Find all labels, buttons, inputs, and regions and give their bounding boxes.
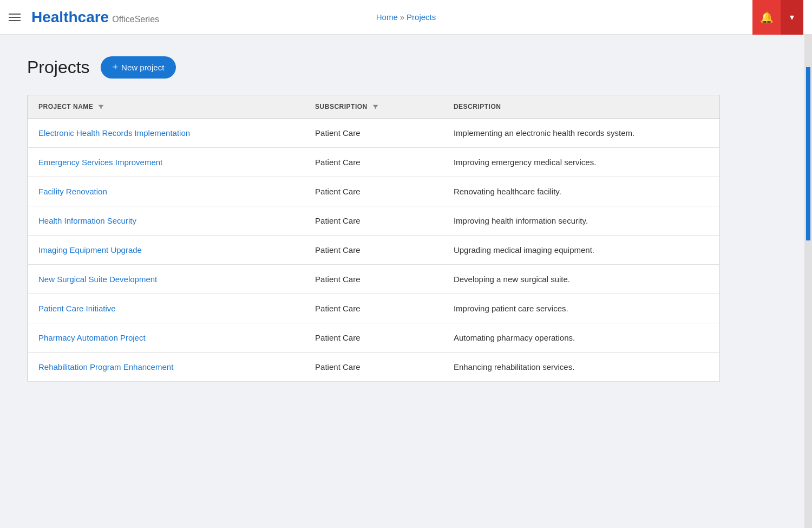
page-title: Projects	[27, 57, 90, 77]
breadcrumb-current[interactable]: Projects	[407, 12, 436, 22]
project-name-cell: Electronic Health Records Implementation	[28, 119, 305, 148]
table-body: Electronic Health Records Implementation…	[28, 119, 720, 382]
table-row: Rehabilitation Program EnhancementPatien…	[28, 353, 720, 382]
col-header-subscription: SUBSCRIPTION	[304, 95, 443, 119]
table-row: Pharmacy Automation ProjectPatient CareA…	[28, 323, 720, 353]
col-header-name: PROJECT NAME	[28, 95, 305, 119]
user-dropdown-button[interactable]: ▾	[781, 0, 803, 35]
project-name-cell: Health Information Security	[28, 206, 305, 236]
new-project-label: New project	[121, 63, 164, 72]
project-description-cell: Automating pharmacy operations.	[443, 323, 720, 353]
brand-subtitle: OfficeSeries	[112, 15, 159, 24]
project-name-link[interactable]: New Surgical Suite Development	[38, 275, 157, 284]
breadcrumb-separator: »	[400, 12, 404, 22]
project-name-cell: New Surgical Suite Development	[28, 265, 305, 294]
project-name-link[interactable]: Health Information Security	[38, 216, 136, 225]
breadcrumb-home[interactable]: Home	[376, 12, 398, 22]
project-subscription-cell: Patient Care	[304, 148, 443, 177]
project-name-link[interactable]: Rehabilitation Program Enhancement	[38, 362, 173, 371]
project-subscription-cell: Patient Care	[304, 236, 443, 265]
table-row: Emergency Services ImprovementPatient Ca…	[28, 148, 720, 177]
chevron-down-icon: ▾	[790, 12, 794, 22]
app-header: Healthcare OfficeSeries Home » Projects …	[0, 0, 812, 35]
page-title-row: Projects + New project	[27, 56, 780, 79]
projects-table: PROJECT NAME SUBSCRIPTION DESCRIPTION	[27, 95, 720, 382]
breadcrumb: Home » Projects	[376, 12, 436, 22]
project-name-cell: Rehabilitation Program Enhancement	[28, 353, 305, 382]
project-description-cell: Improving emergency medical services.	[443, 148, 720, 177]
project-description-cell: Enhancing rehabilitation services.	[443, 353, 720, 382]
table-row: Patient Care InitiativePatient CareImpro…	[28, 294, 720, 323]
table-row: Electronic Health Records Implementation…	[28, 119, 720, 148]
notification-bell-button[interactable]: 🔔	[752, 0, 781, 35]
project-subscription-cell: Patient Care	[304, 265, 443, 294]
brand: Healthcare OfficeSeries	[31, 9, 159, 26]
project-name-link[interactable]: Imaging Equipment Upgrade	[38, 245, 142, 255]
project-description-cell: Improving health information security.	[443, 206, 720, 236]
new-project-button[interactable]: + New project	[101, 56, 176, 79]
project-name-link[interactable]: Pharmacy Automation Project	[38, 333, 146, 342]
header-actions: 🔔 ▾	[752, 0, 803, 35]
project-description-cell: Implementing an electronic health record…	[443, 119, 720, 148]
project-name-cell: Imaging Equipment Upgrade	[28, 236, 305, 265]
project-description-cell: Renovating healthcare facility.	[443, 177, 720, 206]
project-name-link[interactable]: Emergency Services Improvement	[38, 158, 162, 167]
table-header-row: PROJECT NAME SUBSCRIPTION DESCRIPTION	[28, 95, 720, 119]
table-row: Health Information SecurityPatient CareI…	[28, 206, 720, 236]
filter-icon-subscription[interactable]	[372, 103, 379, 110]
project-subscription-cell: Patient Care	[304, 353, 443, 382]
main-content: Projects + New project PROJECT NAME	[0, 35, 812, 403]
bell-icon: 🔔	[760, 11, 774, 24]
project-description-cell: Developing a new surgical suite.	[443, 265, 720, 294]
project-name-cell: Patient Care Initiative	[28, 294, 305, 323]
project-description-cell: Upgrading medical imaging equipment.	[443, 236, 720, 265]
menu-icon[interactable]	[9, 14, 21, 21]
table-row: Imaging Equipment UpgradePatient CareUpg…	[28, 236, 720, 265]
project-description-cell: Improving patient care services.	[443, 294, 720, 323]
brand-name: Healthcare	[31, 9, 109, 26]
project-name-cell: Facility Renovation	[28, 177, 305, 206]
col-header-description: DESCRIPTION	[443, 95, 720, 119]
project-name-link[interactable]: Patient Care Initiative	[38, 304, 116, 313]
project-subscription-cell: Patient Care	[304, 206, 443, 236]
project-name-link[interactable]: Facility Renovation	[38, 187, 107, 196]
filter-icon-name[interactable]	[97, 103, 104, 110]
project-subscription-cell: Patient Care	[304, 294, 443, 323]
project-name-link[interactable]: Electronic Health Records Implementation	[38, 128, 190, 138]
table-row: New Surgical Suite DevelopmentPatient Ca…	[28, 265, 720, 294]
project-name-cell: Pharmacy Automation Project	[28, 323, 305, 353]
project-name-cell: Emergency Services Improvement	[28, 148, 305, 177]
plus-icon: +	[113, 62, 119, 73]
project-subscription-cell: Patient Care	[304, 119, 443, 148]
table-header: PROJECT NAME SUBSCRIPTION DESCRIPTION	[28, 95, 720, 119]
project-subscription-cell: Patient Care	[304, 323, 443, 353]
project-subscription-cell: Patient Care	[304, 177, 443, 206]
table-row: Facility RenovationPatient CareRenovatin…	[28, 177, 720, 206]
